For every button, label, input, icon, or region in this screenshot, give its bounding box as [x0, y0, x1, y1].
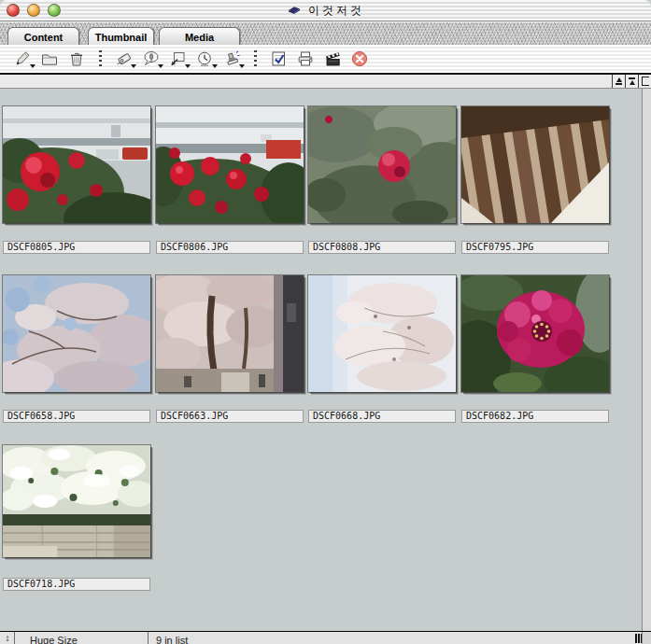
photo-single-rose-foliage: [308, 106, 456, 223]
photo-rose-bush-building: [156, 106, 304, 223]
tab-media[interactable]: Media: [159, 27, 240, 46]
thumbnail-image-dscf0805[interactable]: [3, 106, 150, 223]
tab-content-label: Content: [24, 32, 64, 43]
scrollbar-corner: [642, 632, 651, 644]
title-bar: 이것저것: [0, 0, 651, 21]
thumbnail-cell: DSCF0668.JPG: [308, 275, 456, 392]
filename-label[interactable]: DSCF0663.JPG: [156, 410, 304, 423]
thumbnail-image-dscf0682[interactable]: [461, 275, 609, 392]
move-transfer-button[interactable]: [167, 49, 188, 69]
print-button[interactable]: [295, 49, 316, 69]
filename-label[interactable]: DSCF0718.JPG: [3, 578, 150, 591]
thumbnail-cell: DSCF0806.JPG: [156, 106, 304, 223]
status-divider: [148, 632, 149, 644]
tab-strip: Content Thumbnail Media: [0, 21, 651, 46]
voice-annotation-button[interactable]: [140, 49, 161, 69]
book-icon: [287, 2, 302, 19]
filename-label[interactable]: DSCF0808.JPG: [308, 241, 456, 254]
sort-descending-button[interactable]: [625, 75, 638, 88]
thumbnail-image-dscf0808[interactable]: [308, 106, 456, 223]
photo-white-azaleas-deck: [3, 445, 150, 557]
filename-label[interactable]: DSCF0658.JPG: [3, 410, 150, 423]
tab-content[interactable]: Content: [7, 27, 79, 46]
thumbnail-cell: DSCF0718.JPG: [3, 445, 150, 557]
thumbnail-image-dscf0663[interactable]: [156, 275, 304, 392]
sort-ascending-icon-bar: [616, 83, 622, 85]
thumbnail-image-dscf0806[interactable]: [156, 106, 304, 223]
chevron-down-icon: [239, 64, 245, 68]
thumbnail-image-dscf0795[interactable]: [461, 106, 609, 223]
vertical-scrollbar[interactable]: [642, 89, 651, 632]
photo-blossom-street-rotated: [156, 275, 304, 392]
view-options-button[interactable]: [638, 75, 651, 88]
thumbnail-image-dscf0668[interactable]: [308, 275, 456, 392]
send-stamp-button[interactable]: [221, 49, 242, 69]
photo-magenta-peony: [461, 275, 609, 392]
status-divider: [14, 632, 15, 644]
filename-label[interactable]: DSCF0806.JPG: [156, 241, 304, 254]
chevron-down-icon: [212, 64, 218, 68]
window-title: 이것저것: [308, 3, 364, 19]
toolbar: [0, 45, 651, 73]
tab-media-label: Media: [185, 32, 214, 43]
thumbnail-cell: DSCF0663.JPG: [156, 275, 304, 392]
chevron-down-icon: [185, 64, 191, 68]
thumbnail-image-dscf0658[interactable]: [3, 275, 150, 392]
sort-ascending-button[interactable]: [612, 75, 625, 88]
thumbnail-cell: DSCF0682.JPG: [461, 275, 609, 392]
close-red-x-button[interactable]: [349, 49, 370, 69]
tab-thumbnail-label: Thumbnail: [95, 32, 148, 43]
chevron-down-icon: [131, 64, 136, 68]
toolbar-separator: [254, 50, 257, 67]
edit-pen-button[interactable]: [12, 49, 33, 69]
chevron-down-icon: [30, 64, 35, 68]
filename-label[interactable]: DSCF0795.JPG: [461, 241, 609, 254]
thumbnail-grid: DSCF0805.JPG: [0, 89, 651, 632]
thumbnail-image-dscf0718[interactable]: [3, 445, 150, 557]
thumbnail-size-icon[interactable]: ↕: [2, 632, 13, 644]
item-count-label: 9 in list: [156, 634, 188, 644]
sort-descending-icon-bar: [629, 77, 635, 79]
photo-wooden-pillars: [461, 106, 609, 223]
photo-cherry-blossoms-sky: [3, 275, 150, 392]
timer-clock-button[interactable]: [194, 49, 215, 69]
chevron-down-icon: [158, 64, 163, 68]
filename-label[interactable]: DSCF0668.JPG: [308, 410, 456, 423]
toolbar-separator: [99, 50, 102, 67]
thumbnail-cell: DSCF0808.JPG: [308, 106, 456, 223]
photo-pale-blossoms: [308, 275, 456, 392]
filename-label[interactable]: DSCF0682.JPG: [461, 410, 609, 423]
thumbnail-cell: DSCF0658.JPG: [3, 275, 150, 392]
status-bar: ↕ Huge Size 9 in list: [0, 631, 651, 644]
filename-label[interactable]: DSCF0805.JPG: [3, 241, 150, 254]
sort-descending-icon: [630, 80, 635, 85]
folder-button[interactable]: [39, 49, 60, 69]
view-options-icon: [642, 77, 649, 86]
photo-red-roses-building: [3, 106, 150, 223]
thumbnail-cell: DSCF0805.JPG: [3, 106, 150, 223]
thumbnail-cell: DSCF0795.JPG: [461, 106, 609, 223]
trash-button[interactable]: [66, 49, 87, 69]
sort-ascending-icon: [616, 77, 622, 82]
tab-thumbnail[interactable]: Thumbnail: [88, 27, 154, 46]
checklist-document-button[interactable]: [268, 49, 289, 69]
tag-button[interactable]: [113, 49, 134, 69]
slideshow-clapper-button[interactable]: [322, 49, 343, 69]
thumbnail-size-selector[interactable]: Huge Size: [30, 634, 78, 644]
list-header-row: [0, 73, 651, 89]
